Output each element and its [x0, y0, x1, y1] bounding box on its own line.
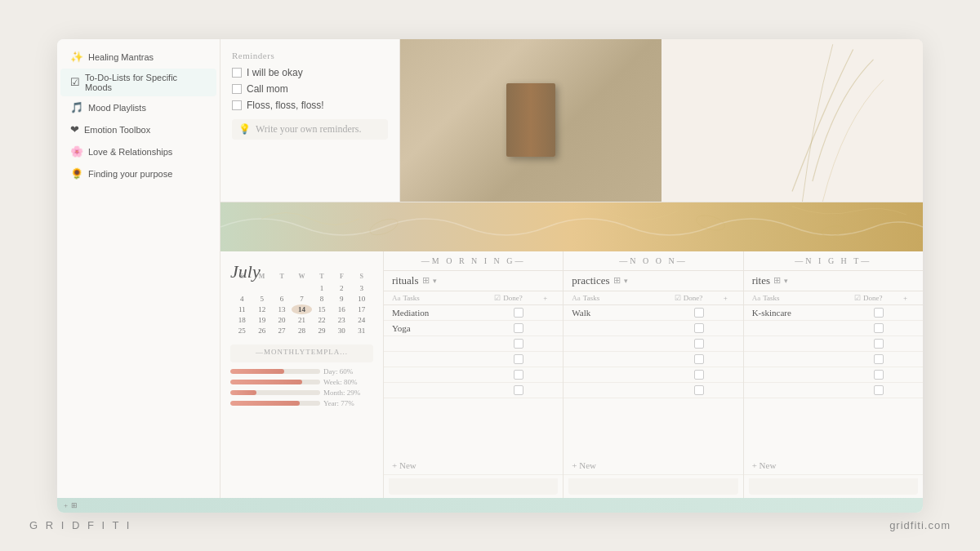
- reminder-checkbox-r3[interactable]: [232, 100, 242, 110]
- sidebar-item-emotion-toolbox[interactable]: ❤Emotion Toolbox: [60, 119, 216, 140]
- cal-header-W: W: [292, 273, 311, 280]
- checkbox-noon-4[interactable]: [694, 370, 704, 380]
- calendar-panel: July SMTWTFS 123456789101112131415161718…: [220, 251, 384, 498]
- cal-day-17[interactable]: 17: [352, 304, 372, 314]
- cal-header-S: S: [352, 273, 372, 280]
- cal-day-16[interactable]: 16: [332, 304, 351, 314]
- checkbox-morning-5[interactable]: [514, 385, 523, 395]
- board-grid-icon-morning[interactable]: ⊞: [422, 275, 430, 286]
- cal-day-9[interactable]: 9: [332, 294, 351, 304]
- board-grid-icon-noon[interactable]: ⊞: [613, 275, 621, 286]
- cal-day-24[interactable]: 24: [352, 315, 372, 325]
- cal-day-22[interactable]: 22: [312, 315, 332, 325]
- book-spine: [506, 83, 555, 157]
- cal-day-23[interactable]: 23: [332, 315, 351, 325]
- task-cell-noon-0[interactable]: Walk: [572, 308, 674, 318]
- checkbox-noon-3[interactable]: [694, 354, 704, 364]
- col-add-night[interactable]: +: [903, 294, 915, 302]
- sidebar-label-finding-purpose: Finding your purpose: [88, 169, 172, 179]
- board-noon: —N O O N— practices ⊞ ▾ Aa Tasks ☑ Done?…: [564, 251, 743, 498]
- checkbox-morning-2[interactable]: [514, 339, 523, 349]
- add-new-night[interactable]: + New: [744, 456, 923, 475]
- col-tasks-noon: Aa Tasks: [572, 294, 674, 302]
- cal-empty: [292, 283, 311, 293]
- cal-day-14[interactable]: 14: [292, 304, 311, 314]
- cal-day-1[interactable]: 1: [312, 283, 332, 293]
- plus-icon[interactable]: +: [64, 501, 68, 509]
- cal-day-25[interactable]: 25: [232, 326, 252, 335]
- write-reminder-button[interactable]: 💡 Write your own reminders.: [232, 119, 388, 140]
- sidebar-item-mood-playlists[interactable]: 🎵Mood Playlists: [60, 97, 216, 118]
- progress-bar-bg: [230, 369, 320, 374]
- cal-day-19[interactable]: 19: [252, 315, 271, 325]
- checkbox-night-2[interactable]: [874, 339, 884, 349]
- brand-right: gridfiti.com: [889, 519, 951, 531]
- sidebar-label-todo-lists: To-Do-Lists for Specific Moods: [85, 73, 207, 92]
- sidebar-item-healing-mantras[interactable]: ✨Healing Mantras: [60, 47, 216, 68]
- checkbox-night-4[interactable]: [874, 370, 884, 380]
- add-new-noon[interactable]: + New: [564, 456, 742, 475]
- cal-day-7[interactable]: 7: [292, 294, 311, 304]
- cal-day-3[interactable]: 3: [352, 283, 372, 293]
- task-cell-morning-1[interactable]: Yoga: [392, 323, 494, 333]
- sidebar-item-todo-lists[interactable]: ☑To-Do-Lists for Specific Moods: [60, 69, 216, 96]
- ritual-boards: —M O R N I N G— rituals ⊞ ▾ Aa Tasks ☑ D…: [384, 251, 923, 498]
- checkbox-noon-1[interactable]: [694, 323, 704, 333]
- monthly-template-button[interactable]: —MONTHLYTEMPLA...: [230, 344, 373, 362]
- cal-day-21[interactable]: 21: [292, 315, 311, 325]
- checkbox-morning-4[interactable]: [514, 370, 523, 380]
- col-add-morning[interactable]: +: [543, 294, 555, 302]
- checkbox-night-3[interactable]: [874, 354, 884, 364]
- table-row: [384, 367, 563, 383]
- cal-day-26[interactable]: 26: [252, 326, 271, 335]
- checkbox-night-1[interactable]: [874, 323, 884, 333]
- task-cell-night-0[interactable]: K-skincare: [752, 308, 854, 318]
- sidebar-emoji-love-relationships: 🌸: [70, 145, 83, 158]
- cal-day-10[interactable]: 10: [352, 294, 372, 304]
- board-grid-icon-night[interactable]: ⊞: [773, 275, 781, 286]
- col-add-noon[interactable]: +: [724, 294, 735, 302]
- cal-day-2[interactable]: 2: [332, 283, 351, 293]
- cal-day-13[interactable]: 13: [272, 304, 292, 314]
- cal-day-31[interactable]: 31: [352, 326, 372, 335]
- cal-day-30[interactable]: 30: [332, 326, 351, 335]
- done-cell-morning-5: [494, 385, 543, 395]
- cal-day-5[interactable]: 5: [252, 294, 271, 304]
- cal-day-28[interactable]: 28: [292, 326, 311, 335]
- cal-day-8[interactable]: 8: [312, 294, 332, 304]
- checkbox-night-0[interactable]: [874, 308, 884, 318]
- checkbox-morning-3[interactable]: [514, 354, 523, 364]
- cal-day-15[interactable]: 15: [312, 304, 332, 314]
- done-cell-night-0: [854, 308, 903, 318]
- board-footer-night: [749, 478, 918, 495]
- add-new-morning[interactable]: + New: [384, 456, 563, 475]
- table-row: [384, 352, 563, 367]
- cal-day-12[interactable]: 12: [252, 304, 271, 314]
- reminder-checkbox-r2[interactable]: [232, 84, 242, 94]
- checkbox-noon-0[interactable]: [694, 308, 704, 318]
- sidebar-label-healing-mantras: Healing Mantras: [88, 52, 154, 62]
- checkbox-morning-1[interactable]: [514, 323, 523, 333]
- board-footer-morning: [389, 478, 558, 495]
- sidebar-item-love-relationships[interactable]: 🌸Love & Relationships: [60, 141, 216, 162]
- board-chevron-morning[interactable]: ▾: [433, 277, 437, 285]
- reminder-checkbox-r1[interactable]: [232, 68, 242, 78]
- grid-icon[interactable]: ⊞: [71, 501, 78, 509]
- cal-day-29[interactable]: 29: [312, 326, 332, 335]
- cal-day-27[interactable]: 27: [272, 326, 292, 335]
- sidebar-item-finding-purpose[interactable]: 🌻Finding your purpose: [60, 163, 216, 184]
- reminder-text-r2: Call mom: [247, 83, 288, 95]
- cal-day-6[interactable]: 6: [272, 294, 292, 304]
- checkbox-night-5[interactable]: [874, 385, 884, 395]
- checkbox-noon-2[interactable]: [694, 339, 704, 349]
- cal-day-4[interactable]: 4: [232, 294, 252, 304]
- top-section: Reminders I will be okayCall momFloss, f…: [220, 39, 923, 202]
- cal-day-20[interactable]: 20: [272, 315, 292, 325]
- checkbox-noon-5[interactable]: [694, 385, 704, 395]
- cal-day-18[interactable]: 18: [232, 315, 252, 325]
- board-chevron-noon[interactable]: ▾: [624, 277, 628, 285]
- checkbox-morning-0[interactable]: [514, 308, 523, 318]
- board-chevron-night[interactable]: ▾: [784, 277, 788, 285]
- cal-day-11[interactable]: 11: [232, 304, 252, 314]
- task-cell-morning-0[interactable]: Mediation: [392, 308, 494, 318]
